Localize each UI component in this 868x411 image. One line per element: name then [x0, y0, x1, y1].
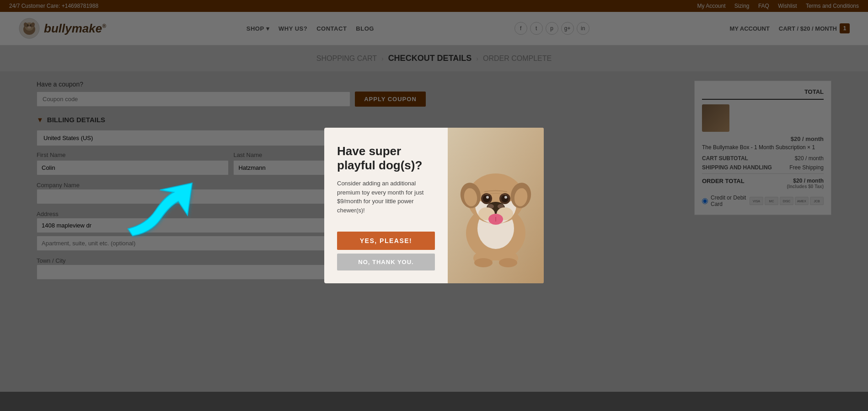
modal-overlay[interactable]: Have super playful dog(s)? Consider addi…	[0, 0, 868, 411]
modal-description: Consider adding an additional premium to…	[337, 179, 435, 215]
modal-dog-image	[448, 128, 544, 283]
modal-left: Have super playful dog(s)? Consider addi…	[324, 128, 448, 283]
modal-buttons: YES, PLEASE! NO, THANK YOU.	[337, 232, 435, 270]
modal-title: Have super playful dog(s)?	[337, 144, 435, 173]
svg-point-24	[486, 196, 489, 199]
modal: Have super playful dog(s)? Consider addi…	[324, 128, 544, 283]
svg-point-35	[499, 258, 517, 267]
svg-point-25	[504, 196, 507, 199]
dog-illustration	[448, 128, 544, 283]
modal-no-button[interactable]: NO, THANK YOU.	[337, 254, 435, 270]
svg-point-23	[501, 195, 509, 202]
modal-yes-button[interactable]: YES, PLEASE!	[337, 232, 435, 250]
svg-point-34	[474, 258, 493, 267]
svg-point-22	[483, 195, 490, 202]
